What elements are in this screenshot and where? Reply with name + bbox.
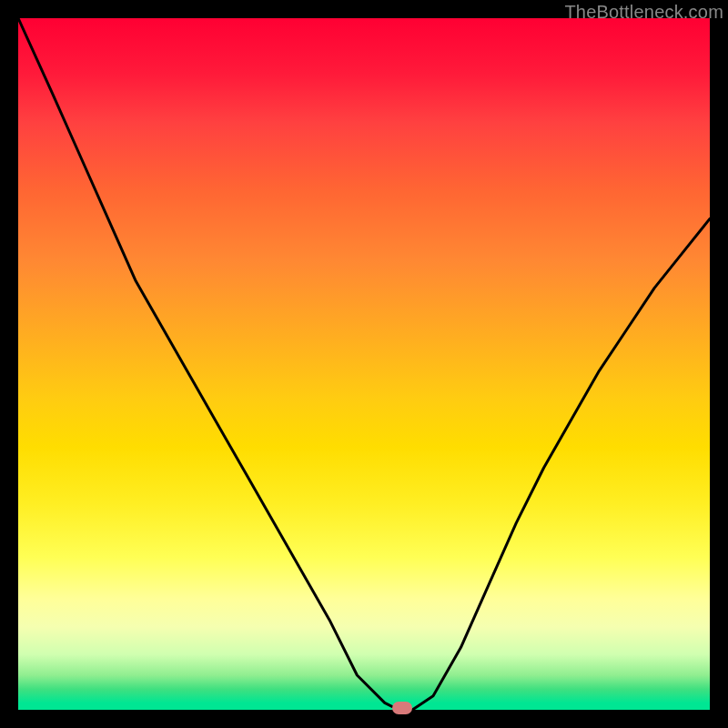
watermark-text: TheBottleneck.com: [564, 2, 723, 23]
minimum-marker: [392, 702, 412, 714]
chart-curve: [18, 18, 710, 710]
chart-plot-area: [18, 18, 710, 710]
